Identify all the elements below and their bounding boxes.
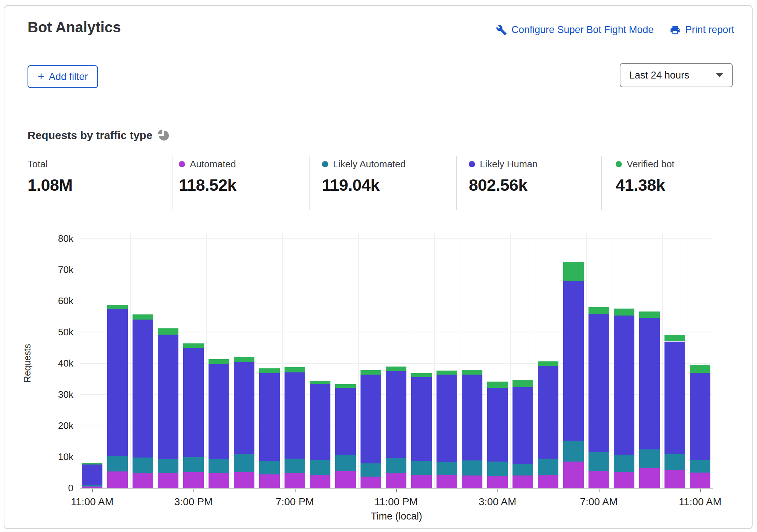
bar-8-00-pm-likely-human[interactable]	[310, 384, 330, 460]
bar-3-00-pm-likely-automated[interactable]	[183, 457, 204, 472]
bar-12-00-pm-likely-automated[interactable]	[107, 456, 128, 471]
bar-7-00-am-likely-automated[interactable]	[588, 452, 609, 471]
bar-5-00-pm-likely-human[interactable]	[234, 362, 254, 454]
bar-10-00-pm-likely-human[interactable]	[361, 375, 381, 463]
bar-7-00-pm-likely-automated[interactable]	[285, 459, 305, 473]
bar-8-00-pm-verified-bot[interactable]	[310, 381, 330, 384]
bar-4-00-pm-likely-automated[interactable]	[209, 459, 229, 473]
bar-1-00-am-likely-human[interactable]	[437, 375, 457, 462]
bar-12-00-pm-likely-human[interactable]	[107, 309, 128, 456]
bar-9-00-pm-likely-human[interactable]	[335, 388, 356, 455]
bar-9-00-pm-likely-automated[interactable]	[335, 455, 356, 471]
bar-7-00-am-likely-human[interactable]	[588, 314, 609, 452]
bar-6-00-am-likely-human[interactable]	[563, 281, 584, 441]
bar-5-00-pm-automated[interactable]	[234, 472, 254, 488]
bar-2-00-pm-likely-human[interactable]	[158, 335, 178, 459]
bar-8-00-am-verified-bot[interactable]	[614, 309, 634, 316]
print-report-link[interactable]: Print report	[670, 24, 734, 36]
time-range-dropdown[interactable]: Last 24 hours	[620, 63, 733, 87]
bar-4-00-pm-verified-bot[interactable]	[209, 359, 229, 364]
bar-4-00-am-automated[interactable]	[512, 475, 533, 488]
bar-11-00-pm-automated[interactable]	[386, 473, 406, 488]
bar-8-00-am-likely-human[interactable]	[614, 316, 634, 455]
bar-6-00-am-verified-bot[interactable]	[563, 262, 584, 281]
bar-9-00-am-likely-automated[interactable]	[639, 449, 660, 468]
bar-2-00-pm-likely-automated[interactable]	[158, 459, 178, 473]
bar-8-00-am-likely-automated[interactable]	[614, 455, 634, 472]
bar-9-00-pm-verified-bot[interactable]	[335, 384, 356, 388]
bar-7-00-pm-likely-human[interactable]	[285, 372, 305, 459]
bar-12-00-am-verified-bot[interactable]	[411, 373, 432, 377]
bar-10-00-am-likely-automated[interactable]	[664, 454, 685, 470]
bar-8-00-pm-automated[interactable]	[310, 475, 330, 488]
bar-9-00-pm-automated[interactable]	[335, 471, 356, 488]
bar-6-00-pm-automated[interactable]	[259, 474, 280, 488]
bar-10-00-am-verified-bot[interactable]	[664, 335, 685, 342]
bar-9-00-am-verified-bot[interactable]	[639, 311, 660, 318]
bar-3-00-am-verified-bot[interactable]	[487, 382, 508, 388]
bar-11-00-am-likely-human[interactable]	[82, 464, 102, 485]
bar-5-00-am-likely-human[interactable]	[538, 366, 558, 459]
bar-11-00-am-verified-bot[interactable]	[82, 463, 102, 464]
bar-11-00-am-verified-bot[interactable]	[690, 365, 710, 372]
bar-2-00-am-verified-bot[interactable]	[462, 370, 482, 375]
bar-6-00-pm-likely-human[interactable]	[259, 373, 280, 461]
bar-7-00-pm-verified-bot[interactable]	[285, 367, 305, 372]
bar-1-00-pm-verified-bot[interactable]	[133, 314, 153, 320]
bar-4-00-pm-automated[interactable]	[209, 473, 229, 488]
configure-super-bot-fight-mode-link[interactable]: Configure Super Bot Fight Mode	[496, 24, 653, 36]
bar-3-00-am-automated[interactable]	[487, 476, 508, 488]
bar-8-00-am-automated[interactable]	[614, 472, 634, 488]
bar-4-00-am-likely-automated[interactable]	[512, 464, 533, 475]
bar-4-00-pm-likely-human[interactable]	[209, 364, 229, 459]
bar-11-00-pm-likely-automated[interactable]	[386, 458, 406, 473]
bar-5-00-pm-likely-automated[interactable]	[234, 454, 254, 472]
bar-10-00-pm-likely-automated[interactable]	[361, 463, 381, 477]
bar-5-00-pm-verified-bot[interactable]	[234, 357, 254, 362]
bar-1-00-am-verified-bot[interactable]	[437, 371, 457, 375]
bar-3-00-am-likely-automated[interactable]	[487, 462, 508, 476]
bar-5-00-am-automated[interactable]	[538, 475, 558, 488]
bar-7-00-pm-automated[interactable]	[285, 473, 305, 488]
bar-4-00-am-verified-bot[interactable]	[512, 380, 533, 387]
bar-12-00-pm-automated[interactable]	[107, 471, 128, 488]
bar-12-00-pm-verified-bot[interactable]	[107, 305, 128, 309]
bar-6-00-am-likely-automated[interactable]	[563, 441, 584, 462]
bar-1-00-am-likely-automated[interactable]	[437, 462, 457, 475]
bar-2-00-am-automated[interactable]	[462, 475, 482, 488]
bar-6-00-am-automated[interactable]	[563, 462, 584, 488]
bar-3-00-pm-automated[interactable]	[183, 472, 204, 488]
bar-3-00-am-likely-human[interactable]	[487, 388, 508, 462]
bar-12-00-am-automated[interactable]	[411, 475, 432, 488]
bar-11-00-am-likely-automated[interactable]	[690, 460, 710, 473]
bar-7-00-am-verified-bot[interactable]	[588, 307, 609, 314]
bar-1-00-pm-likely-human[interactable]	[133, 320, 153, 458]
bar-6-00-pm-verified-bot[interactable]	[259, 368, 280, 373]
bar-1-00-am-automated[interactable]	[437, 475, 457, 488]
bar-12-00-am-likely-human[interactable]	[411, 377, 432, 461]
bar-10-00-pm-verified-bot[interactable]	[361, 370, 381, 375]
bar-5-00-am-likely-automated[interactable]	[538, 459, 558, 475]
bar-9-00-am-automated[interactable]	[639, 468, 660, 488]
bar-4-00-am-likely-human[interactable]	[512, 387, 533, 464]
bar-8-00-pm-likely-automated[interactable]	[310, 460, 330, 475]
bar-11-00-am-likely-human[interactable]	[690, 373, 710, 460]
bar-1-00-pm-likely-automated[interactable]	[133, 458, 153, 473]
bar-11-00-am-automated[interactable]	[82, 487, 102, 488]
bar-2-00-am-likely-human[interactable]	[462, 375, 482, 461]
add-filter-button[interactable]: + Add filter	[28, 65, 98, 88]
bar-11-00-am-likely-automated[interactable]	[82, 485, 102, 486]
bar-2-00-pm-verified-bot[interactable]	[158, 328, 178, 335]
bar-11-00-pm-verified-bot[interactable]	[386, 367, 406, 371]
bar-3-00-pm-likely-human[interactable]	[183, 348, 204, 457]
bar-2-00-am-likely-automated[interactable]	[462, 460, 482, 475]
bar-10-00-pm-automated[interactable]	[361, 477, 381, 488]
bar-7-00-am-automated[interactable]	[588, 471, 609, 488]
bar-9-00-am-likely-human[interactable]	[639, 318, 660, 450]
bar-11-00-pm-likely-human[interactable]	[386, 371, 406, 458]
bar-2-00-pm-automated[interactable]	[158, 473, 178, 488]
bar-6-00-pm-likely-automated[interactable]	[259, 461, 280, 474]
bar-11-00-am-automated[interactable]	[690, 473, 710, 488]
bar-12-00-am-likely-automated[interactable]	[411, 461, 432, 475]
bar-10-00-am-automated[interactable]	[664, 470, 685, 488]
